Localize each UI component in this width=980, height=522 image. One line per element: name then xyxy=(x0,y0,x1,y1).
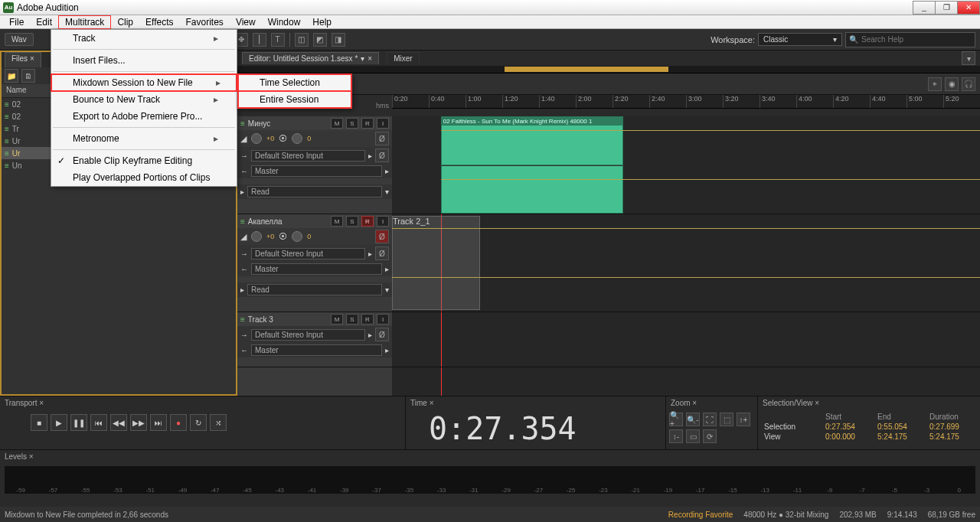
menu-item-play-overlapped[interactable]: Play Overlapped Portions of Clips xyxy=(51,169,237,186)
record-button[interactable]: ● xyxy=(170,414,187,431)
view-end[interactable]: 5:24.175 xyxy=(877,432,922,441)
snap-icon[interactable]: ⌖ xyxy=(928,77,942,91)
track-name[interactable]: Акапелла xyxy=(248,217,328,226)
solo-button[interactable]: S xyxy=(346,118,358,129)
menu-clip[interactable]: Clip xyxy=(111,16,139,28)
maximize-button[interactable]: ❐ xyxy=(935,1,958,15)
zoom-sel-icon[interactable]: ⬚ xyxy=(720,413,733,426)
panel-menu-icon[interactable]: ▾ xyxy=(962,51,975,65)
input-dropdown[interactable]: Default Stereo Input xyxy=(251,150,365,161)
arm-record-button[interactable]: R xyxy=(361,314,374,325)
close-icon[interactable]: × xyxy=(29,452,34,461)
timeline[interactable]: 02 Faithless - Sun To Me (Mark Knight Re… xyxy=(392,116,980,396)
overview-scrubber[interactable] xyxy=(237,66,980,73)
new-file-icon[interactable]: 🗎 xyxy=(21,69,35,83)
tool-c[interactable]: ◨ xyxy=(332,33,345,47)
tool-razor[interactable]: ⎮ xyxy=(253,33,266,47)
menu-item-keyframe[interactable]: ✓Enable Clip Keyframe Editing xyxy=(51,152,237,169)
zoom-out-icon[interactable]: 🔍- xyxy=(686,413,700,426)
view-dur[interactable]: 5:24.175 xyxy=(929,432,974,441)
menu-multitrack[interactable]: Multitrack xyxy=(58,15,111,29)
volume-knob[interactable] xyxy=(251,231,262,242)
tool-b[interactable]: ◩ xyxy=(313,33,327,47)
rew-start-button[interactable]: ⏮ xyxy=(90,414,107,431)
menu-item-insert-files[interactable]: Insert Files... xyxy=(51,52,237,69)
monitor-button[interactable]: I xyxy=(377,216,389,227)
skip-button[interactable]: ⤭ xyxy=(210,414,227,431)
pause-button[interactable]: ❚❚ xyxy=(70,414,87,431)
close-icon[interactable]: × xyxy=(815,399,819,407)
input-dropdown[interactable]: Default Stereo Input xyxy=(251,248,365,259)
time-display[interactable]: 0:27.354 xyxy=(406,409,665,448)
close-button[interactable]: ✕ xyxy=(957,1,980,15)
waveform-toggle[interactable]: Wav xyxy=(5,33,34,46)
stop-button[interactable]: ■ xyxy=(31,414,47,431)
menu-item-metronome[interactable]: Metronome▸ xyxy=(51,130,237,147)
phase-icon[interactable]: Ø xyxy=(375,246,389,260)
pan-knob[interactable] xyxy=(292,133,302,144)
close-icon[interactable]: × xyxy=(430,399,434,407)
zoom-out-v-icon[interactable]: ↕- xyxy=(669,429,683,443)
menu-effects[interactable]: Effects xyxy=(139,16,179,28)
phase-icon[interactable]: Ø xyxy=(375,148,389,162)
play-button[interactable]: ▶ xyxy=(51,414,67,431)
arm-record-button[interactable]: R xyxy=(361,216,374,227)
files-tab[interactable]: Files × xyxy=(5,52,41,67)
read-dropdown[interactable]: Read xyxy=(247,186,382,197)
track-name[interactable]: Минус xyxy=(248,119,328,128)
monitor-button[interactable]: I xyxy=(377,118,389,129)
submenu-entire-session[interactable]: Entire Session xyxy=(238,91,351,108)
editor-tab[interactable]: Editor: Untitled Session 1.sesx *▾× xyxy=(242,52,379,64)
sel-start[interactable]: 0:27.354 xyxy=(825,422,870,431)
input-dropdown[interactable]: Default Stereo Input xyxy=(251,329,365,341)
track-name[interactable]: Track 3 xyxy=(248,315,328,324)
tool-a[interactable]: ◫ xyxy=(295,33,309,47)
menu-item-export-premiere[interactable]: Export to Adobe Premiere Pro... xyxy=(51,108,237,125)
menu-favorites[interactable]: Favorites xyxy=(180,16,230,28)
rewind-button[interactable]: ◀◀ xyxy=(110,414,127,431)
output-dropdown[interactable]: Master xyxy=(251,165,382,177)
menu-file[interactable]: File xyxy=(3,16,30,28)
phase-icon[interactable]: Ø xyxy=(375,132,389,145)
time-ruler[interactable]: 0:200:401:001:201:402:002:202:403:003:20… xyxy=(392,95,980,109)
zoom-in-icon[interactable]: 🔍+ xyxy=(669,413,683,426)
level-meter[interactable]: -59-57-55-53-51-49-47-45-43-41-39-37-35-… xyxy=(5,466,975,494)
menu-item-mixdown[interactable]: Mixdown Session to New File▸ xyxy=(51,74,237,91)
zoom-in-v-icon[interactable]: ↕+ xyxy=(737,413,750,426)
ff-end-button[interactable]: ⏭ xyxy=(150,414,167,431)
tool-text[interactable]: T xyxy=(271,33,285,47)
output-dropdown[interactable]: Master xyxy=(251,263,382,275)
open-folder-icon[interactable]: 📁 xyxy=(5,69,18,83)
phase-icon[interactable]: Ø xyxy=(375,230,389,243)
read-dropdown[interactable]: Read xyxy=(247,284,382,295)
loop-button[interactable]: ↻ xyxy=(190,414,207,431)
phase-icon[interactable]: Ø xyxy=(375,328,389,341)
mixer-tab[interactable]: Mixer xyxy=(387,52,419,64)
submenu-time-selection[interactable]: Time Selection xyxy=(238,74,351,91)
view-start[interactable]: 0:00.000 xyxy=(825,432,870,441)
sel-dur[interactable]: 0:27.699 xyxy=(929,422,974,431)
mute-button[interactable]: M xyxy=(331,314,343,325)
forward-button[interactable]: ▶▶ xyxy=(130,414,147,431)
menu-help[interactable]: Help xyxy=(306,16,338,28)
volume-knob[interactable] xyxy=(251,133,262,144)
audio-clip[interactable]: 02 Faithless - Sun To Me (Mark Knight Re… xyxy=(441,116,623,165)
output-dropdown[interactable]: Master xyxy=(251,344,382,356)
close-icon[interactable]: × xyxy=(692,399,697,407)
mute-button[interactable]: M xyxy=(331,216,343,227)
zoom-fit-icon[interactable]: ⛶ xyxy=(703,413,717,426)
menu-item-track[interactable]: Track▸ xyxy=(51,30,237,47)
audio-clip[interactable]: Track 2_1 xyxy=(392,216,480,310)
close-icon[interactable]: × xyxy=(39,399,44,407)
menu-view[interactable]: View xyxy=(230,16,262,28)
monitor-button[interactable]: I xyxy=(377,314,389,325)
cd-icon[interactable]: ◉ xyxy=(945,77,959,91)
zoom-reset-icon[interactable]: ⟳ xyxy=(703,429,717,443)
zoom-all-icon[interactable]: ▭ xyxy=(686,429,700,443)
solo-button[interactable]: S xyxy=(346,216,358,227)
minimize-button[interactable]: _ xyxy=(913,1,936,15)
menu-edit[interactable]: Edit xyxy=(30,16,58,28)
close-icon[interactable]: × xyxy=(30,54,34,63)
menu-item-bounce[interactable]: Bounce to New Track▸ xyxy=(51,91,237,108)
workspace-dropdown[interactable]: Classic▾ xyxy=(758,33,842,46)
